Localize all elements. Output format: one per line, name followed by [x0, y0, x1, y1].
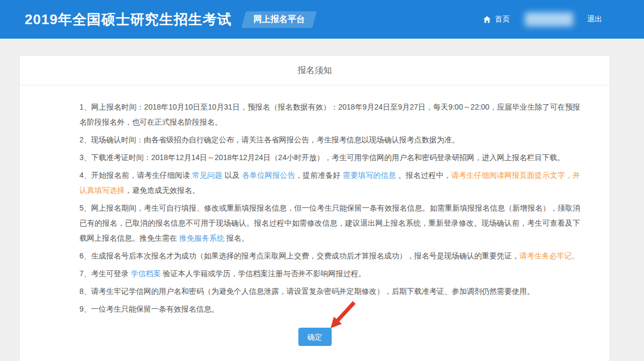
inline-link[interactable]: 需要填写的信息 — [343, 171, 396, 179]
inline-link[interactable]: 推免服务系统 — [179, 234, 224, 242]
plain-text: 4、开始报名前，请考生仔细阅读 — [79, 171, 192, 179]
page-title: 报名须知 — [20, 56, 610, 85]
notice-item: 7、考生可登录 学信档案 验证本人学籍或学历，学信档案注册与否并不影响网报过程。 — [79, 266, 580, 281]
plain-text: 3、下载准考证时间：2018年12月14日～2018年12月24日（24小时开放… — [79, 153, 565, 162]
plain-text: 报名。 — [224, 234, 249, 242]
plain-text: 9、一位考生只能保留一条有效报名信息。 — [79, 305, 219, 313]
confirm-button[interactable]: 确定 — [298, 328, 332, 346]
highlight-text: 请考生务必牢记。 — [519, 251, 580, 260]
notice-item: 4、开始报名前，请考生仔细阅读 常见问题 以及 各单位网报公告，提前准备好 需要… — [79, 168, 580, 198]
logout-link[interactable]: 退出 — [587, 15, 602, 24]
header-nav: 首页 退出 — [483, 12, 602, 26]
plain-text: 5、网上报名期间，考生可自行填报、修改或重新填报报名信息，但一位考生只能保留一条… — [79, 204, 580, 242]
plain-text: 6、生成报名号后本次报名才为成功（如果选择的报考点采取网上交费，交费成功后才算报… — [79, 251, 519, 260]
top-header: 2019年全国硕士研究生招生考试 网上报名平台 首页 退出 — [0, 0, 644, 39]
notice-item: 8、请考生牢记学信网的用户名和密码（为避免个人信息泄露，请设置复杂密码并定期修改… — [79, 284, 580, 299]
notice-item: 2、现场确认时间：由各省级招办自行确定公布，请关注各省网报公告，考生报考信息以现… — [79, 132, 580, 147]
notice-item: 5、网上报名期间，考生可自行填报、修改或重新填报报名信息，但一位考生只能保留一条… — [79, 200, 580, 246]
plain-text: 8、请考生牢记学信网的用户名和密码（为避免个人信息泄露，请设置复杂密码并定期修改… — [79, 287, 535, 295]
platform-badge-label: 网上报名平台 — [253, 14, 305, 25]
notice-item: 6、生成报名号后本次报名才为成功（如果选择的报考点采取网上交费，交费成功后才算报… — [79, 248, 580, 263]
notice-list: 1、网上报名时间：2018年10月10日至10月31日，预报名（报名数据有效）：… — [20, 85, 610, 316]
platform-badge: 网上报名平台 — [241, 11, 317, 28]
confirm-button-row: 确定 — [20, 328, 610, 346]
inline-link[interactable]: 学信档案 — [131, 269, 161, 278]
username-redacted — [525, 12, 573, 26]
plain-text: ，避免造成无效报名。 — [125, 186, 200, 194]
plain-text: 2、现场确认时间：由各省级招办自行确定公布，请关注各省网报公告，考生报考信息以现… — [79, 135, 459, 144]
nav-home-link[interactable]: 首页 — [483, 15, 510, 24]
notice-item: 3、下载准考证时间：2018年12月14日～2018年12月24日（24小时开放… — [79, 150, 580, 165]
nav-home-label: 首页 — [495, 15, 510, 24]
site-title: 2019年全国硕士研究生招生考试 — [25, 10, 232, 29]
notice-item: 1、网上报名时间：2018年10月10日至10月31日，预报名（报名数据有效）：… — [79, 99, 580, 129]
inline-link[interactable]: 各单位网报公告 — [242, 171, 295, 179]
plain-text: 7、考生可登录 — [79, 269, 131, 278]
plain-text: 1、网上报名时间：2018年10月10日至10月31日，预报名（报名数据有效）：… — [79, 103, 580, 126]
inline-link[interactable]: 常见问题 — [192, 171, 223, 179]
plain-text: 以及 — [223, 171, 242, 179]
plain-text: 验证本人学籍或学历，学信档案注册与否并不影响网报过程。 — [161, 269, 366, 278]
notice-item: 9、一位考生只能保留一条有效报名信息。 — [79, 301, 580, 316]
home-icon — [483, 16, 491, 24]
plain-text: 。报名过程中， — [396, 171, 451, 179]
plain-text: ，提前准备好 — [295, 171, 343, 179]
notice-panel: 报名须知 1、网上报名时间：2018年10月10日至10月31日，预报名（报名数… — [19, 55, 610, 361]
